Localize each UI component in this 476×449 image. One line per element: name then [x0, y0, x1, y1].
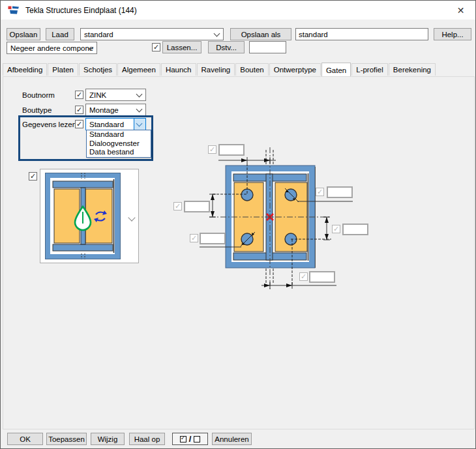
dim-right-middle-checkbox[interactable]: [332, 225, 340, 233]
help-button[interactable]: Help...: [434, 28, 471, 40]
bouttype-label: Bouttype: [22, 106, 52, 114]
dim-bottom-input[interactable]: [309, 271, 335, 283]
dim-bottom-checkbox[interactable]: [299, 272, 308, 281]
dropdown-option-standaard[interactable]: Standaard: [87, 130, 151, 139]
window-title: Tekla Structures Eindplaat (144): [25, 6, 137, 15]
dim-top-input[interactable]: [218, 144, 245, 156]
preset-value: standard: [84, 31, 113, 38]
dstv-input[interactable]: [249, 41, 286, 53]
save-as-button[interactable]: Opslaan als: [230, 28, 291, 40]
welds-checkbox[interactable]: [152, 43, 160, 51]
dim-left-lower-input[interactable]: [200, 233, 226, 244]
save-as-input[interactable]: [295, 28, 428, 40]
title-bar: Tekla Structures Eindplaat (144) ✕: [1, 1, 475, 20]
checked-box-icon: [180, 436, 186, 442]
dialog-window: Tekla Structures Eindplaat (144) ✕ Opsla…: [0, 0, 476, 449]
tab-gaten[interactable]: Gaten: [321, 63, 351, 76]
dim-right-upper-checkbox[interactable]: [316, 188, 324, 196]
dim-right-upper-input[interactable]: [327, 186, 353, 198]
preset-combobox[interactable]: standard: [80, 28, 224, 40]
dim-top-checkbox[interactable]: [208, 145, 216, 154]
apply-button[interactable]: Toepassen: [46, 433, 87, 445]
tab-l-profiel[interactable]: L-profiel: [351, 63, 388, 76]
toggle-separator: /: [189, 434, 192, 444]
boutnorm-combobox[interactable]: ZINK: [85, 89, 146, 101]
save-button[interactable]: Opslaan: [7, 28, 40, 40]
beam-section-preview: [45, 173, 121, 259]
tab-bouten[interactable]: Bouten: [235, 63, 268, 76]
bouttype-value: Montage: [89, 106, 119, 114]
bouttype-combobox[interactable]: Montage: [85, 104, 146, 116]
tab-ontwerptype[interactable]: Ontwerptype: [269, 63, 321, 76]
get-button[interactable]: Haal op: [129, 433, 165, 445]
boutnorm-value: ZINK: [89, 91, 106, 99]
chevron-down-icon: [136, 91, 143, 97]
tab-haunch[interactable]: Haunch: [161, 63, 196, 76]
dropdown-list: Standaard Dialoogvenster Data bestand: [86, 130, 151, 158]
dstv-button[interactable]: Dstv...: [208, 41, 245, 53]
gegevens-lezen-combobox[interactable]: Standaard: [85, 118, 146, 130]
tab-raveling[interactable]: Raveling: [197, 63, 235, 76]
tekla-logo-icon: [8, 5, 20, 15]
chevron-down-icon: [214, 30, 220, 36]
ignore-other-components-combobox[interactable]: Negeer andere compone: [7, 42, 97, 54]
tab-schotjes[interactable]: Schotjes: [79, 63, 117, 76]
tab-afbeelding[interactable]: Afbeelding: [3, 63, 47, 76]
tab-berekening[interactable]: Berekening: [389, 63, 436, 76]
gegevens-lezen-label: Gegevens lezen: [22, 121, 76, 128]
load-button[interactable]: Laad: [46, 28, 74, 40]
dim-left-middle-checkbox[interactable]: [173, 202, 182, 210]
toggle-all-checkboxes-button[interactable]: /: [172, 433, 208, 445]
modify-button[interactable]: Wijzig: [91, 433, 125, 445]
hole-layout-diagram: [170, 141, 376, 294]
gegevens-lezen-checkbox[interactable]: [75, 120, 83, 128]
dim-right-middle-input[interactable]: [342, 224, 368, 235]
ok-button[interactable]: OK: [7, 433, 43, 445]
close-icon[interactable]: ✕: [446, 1, 475, 20]
dim-left-lower-checkbox[interactable]: [190, 234, 198, 242]
bouttype-checkbox[interactable]: [75, 106, 83, 114]
dropdown-option-data-bestand[interactable]: Data bestand: [87, 148, 151, 157]
preview-checkbox[interactable]: [29, 172, 37, 181]
tab-strip: Afbeelding Platen Schotjes Algemeen Haun…: [3, 63, 436, 76]
cancel-button[interactable]: Annuleren: [212, 433, 252, 445]
tab-platen[interactable]: Platen: [48, 63, 78, 76]
unchecked-box-icon: [194, 436, 200, 442]
chevron-down-icon: [136, 106, 143, 112]
boutnorm-checkbox[interactable]: [75, 91, 83, 99]
dropdown-option-dialoogvenster[interactable]: Dialoogvenster: [87, 139, 151, 149]
boutnorm-label: Boutnorm: [22, 91, 55, 99]
gegevens-lezen-value: Standaard: [89, 121, 124, 128]
welds-button[interactable]: Lassen...: [162, 41, 201, 53]
dim-left-middle-input[interactable]: [184, 201, 210, 212]
tab-algemeen[interactable]: Algemeen: [117, 63, 160, 76]
ignore-other-components-value: Negeer andere compone: [10, 44, 93, 52]
